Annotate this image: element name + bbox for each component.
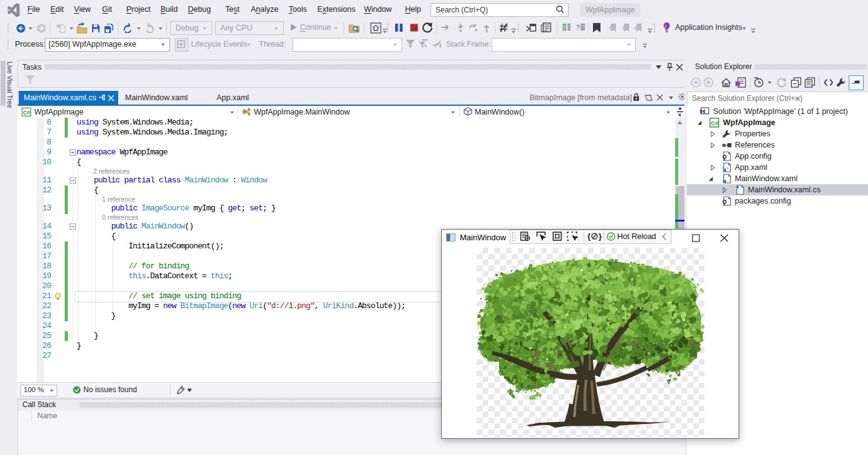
svg-text:?: ?	[576, 24, 580, 31]
svg-text:C#: C#	[23, 110, 30, 116]
svg-text:i: i	[665, 24, 666, 29]
svg-text:C#: C#	[711, 120, 719, 126]
